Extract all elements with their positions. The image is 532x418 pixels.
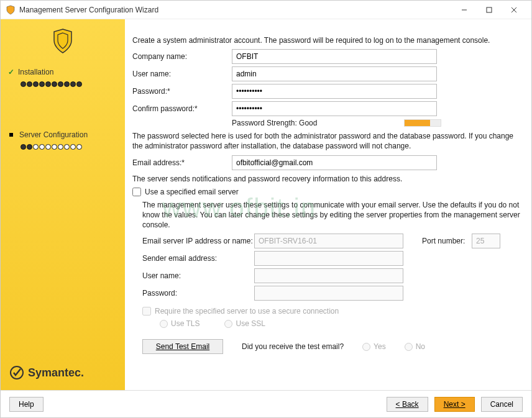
password-strength-bar xyxy=(404,119,441,127)
brand-logo: Symantec. xyxy=(9,365,84,380)
did-receive-label: Did you receive the test email? xyxy=(242,342,344,351)
server-ip-input xyxy=(254,234,403,248)
password-label: Password:* xyxy=(132,87,232,96)
password-note: The password selected here is used for b… xyxy=(132,131,520,151)
ssl-radio: Use SSL xyxy=(224,319,265,328)
titlebar: Management Server Configuration Wizard xyxy=(1,1,531,19)
confirm-password-input[interactable] xyxy=(232,101,437,116)
email-label: Email address:* xyxy=(132,158,232,167)
email-note: The server sends notifications and passw… xyxy=(132,174,520,184)
app-icon xyxy=(6,5,16,15)
confirm-password-label: Confirm password:* xyxy=(132,104,232,113)
port-label: Port number: xyxy=(422,237,472,245)
company-input[interactable] xyxy=(232,49,437,64)
brand-text: Symantec. xyxy=(28,366,84,379)
next-button[interactable]: Next > xyxy=(434,397,475,412)
secure-conn-cb-label: Require the specified server to use a se… xyxy=(155,307,339,316)
smtp-user-input xyxy=(254,268,403,283)
main-content: Create a system administrator account. T… xyxy=(125,19,531,390)
no-radio: No xyxy=(405,342,425,351)
close-button[interactable] xyxy=(502,1,526,19)
password-strength-label: Password Strength: Good xyxy=(232,119,317,127)
send-test-email-button[interactable]: Send Test Email xyxy=(142,339,223,354)
specified-server-cb-label: Use a specified email server xyxy=(145,188,239,196)
progress-dots-installation xyxy=(1,80,125,93)
specified-server-checkbox[interactable]: Use a specified email server xyxy=(132,188,520,196)
username-input[interactable] xyxy=(232,66,437,81)
smtp-pass-label: Password: xyxy=(142,289,254,298)
username-label: User name: xyxy=(132,70,232,78)
password-input[interactable] xyxy=(232,84,437,99)
company-label: Company name: xyxy=(132,52,232,61)
sidebar-item-label: Server Configuration xyxy=(19,130,88,139)
bullet-icon xyxy=(9,133,13,137)
tls-radio: Use TLS xyxy=(160,319,200,328)
window-title: Management Server Configuration Wizard xyxy=(19,6,452,14)
cancel-button[interactable]: Cancel xyxy=(481,397,523,412)
sidebar-item-label: Installation xyxy=(18,68,53,76)
secure-conn-cb-input xyxy=(142,307,151,316)
shield-logo xyxy=(1,28,125,54)
back-button[interactable]: < Back xyxy=(387,397,428,412)
sender-email-label: Sender email address: xyxy=(142,254,254,263)
intro-text: Create a system administrator account. T… xyxy=(132,35,520,45)
server-ip-label: Email server IP address or name: xyxy=(142,237,254,245)
smtp-pass-input xyxy=(254,286,403,301)
port-input xyxy=(472,234,500,248)
footer: Help < Back Next > Cancel xyxy=(1,390,531,417)
progress-dots-server xyxy=(1,143,125,156)
svg-rect-1 xyxy=(487,7,492,12)
sidebar-item-installation: ✓ Installation xyxy=(1,65,125,79)
sidebar-item-server-config: Server Configuration xyxy=(1,128,125,142)
yes-radio: Yes xyxy=(362,342,386,351)
specified-server-cb-input[interactable] xyxy=(132,188,141,196)
check-icon: ✓ xyxy=(8,68,14,76)
minimize-button[interactable] xyxy=(452,1,477,19)
sender-email-input xyxy=(254,251,403,266)
help-button[interactable]: Help xyxy=(9,397,44,412)
smtp-user-label: User name: xyxy=(142,271,254,280)
maximize-button[interactable] xyxy=(477,1,502,19)
secure-conn-checkbox: Require the specified server to use a se… xyxy=(142,307,520,316)
sidebar: ✓ Installation Server Configuration Syma… xyxy=(1,19,125,390)
email-input[interactable] xyxy=(232,155,437,170)
specified-note: The management server uses these setting… xyxy=(142,200,520,230)
